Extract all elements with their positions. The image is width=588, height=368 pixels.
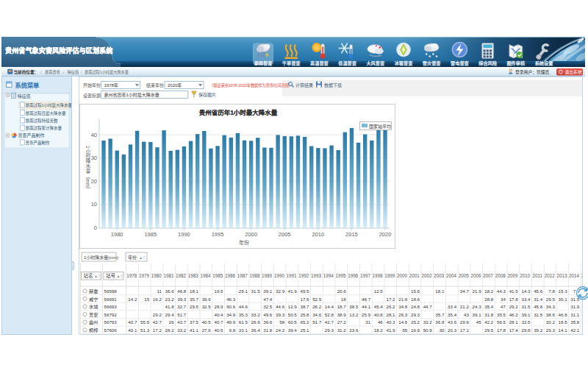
svg-text:40.7: 40.7 [214, 319, 223, 325]
svg-text:26.3: 26.3 [398, 312, 408, 317]
svg-text:1981: 1981 [163, 273, 174, 278]
svg-text:26.2: 26.2 [386, 304, 395, 309]
svg-text:36.8: 36.8 [435, 319, 445, 325]
svg-text:24.8: 24.8 [411, 304, 420, 309]
svg-text:登录用户：管理员: 登录用户：管理员 [515, 69, 550, 75]
svg-text:1987: 1987 [237, 273, 248, 278]
svg-text:45: 45 [476, 319, 481, 325]
svg-text:29.6: 29.6 [460, 319, 470, 325]
svg-text:站号: 站号 [106, 272, 116, 279]
svg-text:1993: 1993 [311, 273, 322, 278]
svg-text:2014: 2014 [569, 273, 580, 278]
svg-text:25.8: 25.8 [300, 312, 309, 317]
svg-text:52.5: 52.5 [312, 297, 322, 302]
svg-text:31.5: 31.5 [251, 289, 261, 294]
svg-text:39.1: 39.1 [521, 312, 531, 317]
svg-text:46.3: 46.3 [226, 297, 236, 302]
svg-text:2010: 2010 [520, 273, 531, 278]
svg-text:▲▽: ▲▽ [139, 255, 146, 260]
svg-text:31.5: 31.5 [521, 304, 531, 309]
svg-text:18.2: 18.2 [484, 289, 494, 294]
svg-text:1990: 1990 [274, 273, 285, 278]
svg-text:50.8: 50.8 [423, 328, 433, 333]
svg-text:57606: 57606 [104, 328, 118, 333]
svg-text:水城: 水城 [89, 304, 98, 310]
svg-text:干旱普查: 干旱普查 [282, 60, 301, 66]
svg-text:29.2: 29.2 [153, 312, 162, 317]
svg-text:21.9: 21.9 [473, 289, 482, 294]
svg-text:23.6: 23.6 [349, 328, 359, 333]
svg-text:20.6: 20.6 [337, 289, 347, 294]
svg-text:40.5: 40.5 [214, 328, 223, 333]
svg-text:29.8: 29.8 [521, 328, 531, 333]
svg-text:当前的位置：: 当前的位置： [14, 69, 39, 75]
svg-text:32.7: 32.7 [177, 304, 187, 309]
svg-text:11: 11 [157, 289, 162, 294]
svg-text:34.8: 34.8 [398, 304, 408, 309]
svg-text:41.9: 41.9 [288, 289, 298, 294]
svg-text:55: 55 [402, 328, 407, 333]
svg-text:32.5: 32.5 [263, 304, 273, 309]
svg-text:44.7: 44.7 [423, 304, 433, 309]
svg-text:45.6: 45.6 [534, 289, 543, 294]
svg-text:40.1: 40.1 [128, 328, 137, 333]
svg-text:61.5: 61.5 [239, 319, 248, 325]
svg-text:35.5: 35.5 [497, 312, 506, 317]
svg-text:1小时降水量(mm): 1小时降水量(mm) [84, 255, 118, 261]
svg-text:暴雨过程1小时最大降水量: 暴雨过程1小时最大降水量 [85, 69, 129, 75]
svg-text:1995: 1995 [335, 273, 346, 278]
svg-text:29.3: 29.3 [411, 312, 420, 317]
svg-text:1979: 1979 [139, 273, 150, 278]
svg-text:/: / [81, 70, 82, 74]
svg-text:40: 40 [91, 132, 97, 138]
svg-text:37.5: 37.5 [190, 319, 199, 325]
svg-text:25.9: 25.9 [362, 312, 371, 317]
svg-text:56691: 56691 [104, 297, 118, 302]
svg-text:29.2: 29.2 [509, 304, 519, 309]
svg-text:1983: 1983 [188, 273, 199, 278]
svg-text:35.7: 35.7 [190, 297, 199, 302]
svg-text:17.6: 17.6 [300, 297, 309, 302]
svg-text:30: 30 [440, 328, 445, 333]
svg-text:51.7: 51.7 [312, 319, 322, 325]
svg-text:46.2: 46.2 [509, 312, 519, 317]
svg-text:开始年份: 开始年份 [83, 82, 101, 88]
svg-text:数据下载: 数据下载 [324, 82, 342, 88]
svg-text:43.6: 43.6 [448, 319, 457, 325]
svg-text:17.2: 17.2 [386, 297, 395, 302]
svg-text:31.4: 31.4 [534, 297, 543, 302]
svg-text:34.3: 34.3 [546, 304, 556, 309]
svg-text:13.2: 13.2 [349, 312, 359, 317]
svg-text:39.3: 39.3 [276, 312, 285, 317]
svg-text:58: 58 [279, 319, 284, 325]
svg-text:49.5: 49.5 [300, 289, 309, 294]
svg-text:20: 20 [91, 178, 97, 185]
svg-text:2020: 2020 [379, 231, 392, 238]
svg-text:1988: 1988 [249, 273, 260, 278]
svg-text:56792: 56792 [104, 312, 118, 317]
svg-text:17.2: 17.2 [153, 328, 162, 333]
svg-text:56.5: 56.5 [497, 319, 506, 325]
svg-text:退出系统: 退出系统 [565, 69, 582, 75]
svg-text:1996: 1996 [348, 273, 359, 278]
svg-text:43.7: 43.7 [177, 319, 187, 325]
svg-text:39.1: 39.1 [263, 289, 273, 294]
svg-text:29.5: 29.5 [546, 297, 556, 302]
svg-text:2013: 2013 [556, 273, 567, 278]
svg-text:18.1: 18.1 [435, 289, 445, 294]
svg-text:12.5: 12.5 [374, 289, 384, 294]
svg-text:31.2: 31.2 [337, 328, 347, 333]
svg-text:18.7: 18.7 [337, 304, 347, 309]
svg-text:32.5: 32.5 [202, 304, 212, 309]
svg-text:18.2: 18.2 [374, 328, 384, 333]
svg-text:38.5: 38.5 [349, 304, 359, 309]
svg-text:35.8: 35.8 [570, 319, 580, 325]
svg-text:结束年份: 结束年份 [146, 82, 164, 88]
svg-text:28.9: 28.9 [214, 304, 223, 309]
svg-text:保存图片: 保存图片 [198, 92, 216, 98]
svg-text:45.8: 45.8 [534, 304, 543, 309]
svg-text:42.2: 42.2 [484, 319, 494, 325]
svg-text:28.2: 28.2 [165, 328, 175, 333]
svg-text:贵州省历年1小时最大降水量: 贵州省历年1小时最大降水量 [104, 92, 159, 98]
svg-text:39.1: 39.1 [473, 312, 482, 317]
